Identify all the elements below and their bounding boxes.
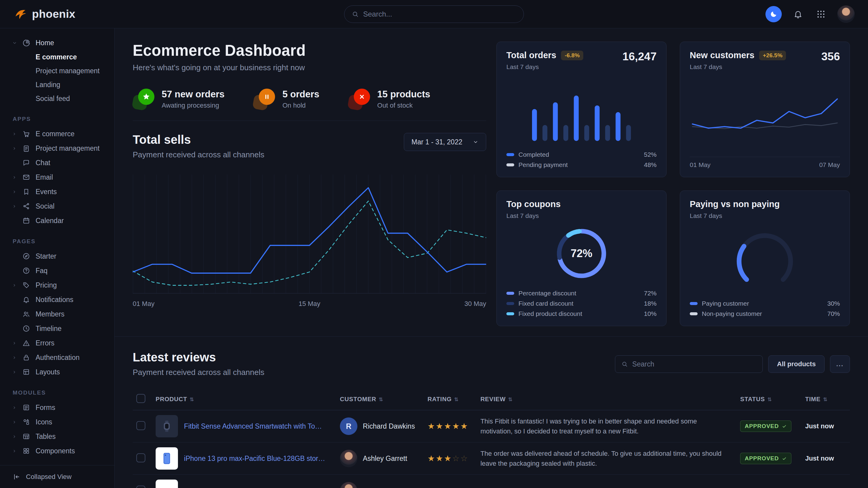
card-title: New customers: [690, 50, 754, 60]
row-checkbox[interactable]: [136, 486, 145, 488]
top-navbar: phoenix: [0, 0, 868, 28]
x-stat-icon: [348, 89, 370, 110]
more-options-label: ...: [836, 360, 843, 368]
reviews-search[interactable]: [615, 355, 763, 373]
row-checkbox[interactable]: [136, 453, 145, 462]
select-all-checkbox[interactable]: [136, 394, 145, 403]
sidebar-item-social[interactable]: Social: [0, 199, 114, 214]
column-header-time[interactable]: TIME⇅: [802, 389, 850, 410]
brand[interactable]: phoenix: [13, 7, 75, 21]
sidebar-item-starter[interactable]: Starter: [0, 249, 114, 263]
collapsed-view-toggle[interactable]: Collapsed View: [0, 465, 114, 488]
pie-chart-icon: [22, 39, 36, 47]
sidebar-item-label: Authentication: [36, 354, 80, 362]
card-legend: Paying customer30%Non-paying customer70%: [690, 300, 840, 317]
user-avatar[interactable]: [837, 5, 855, 23]
x-axis-label: 15 May: [299, 300, 320, 308]
sort-icon: ⇅: [454, 397, 459, 402]
calendar-icon: [22, 217, 36, 225]
chevron-right-icon: [12, 204, 22, 208]
rating-stars: ★★★★★: [428, 421, 473, 431]
sidebar-item-authentication[interactable]: Authentication: [0, 350, 114, 365]
column-header-review[interactable]: REVIEW⇅: [477, 389, 737, 410]
sidebar-item-label: Social: [36, 202, 55, 210]
chevron-down-icon: [12, 40, 22, 45]
brand-name: phoenix: [32, 8, 75, 21]
page-title: Ecommerce Dashboard: [133, 42, 486, 59]
x-axis-label: 01 May: [690, 161, 711, 168]
sidebar-item-forms[interactable]: Forms: [0, 400, 114, 415]
sidebar-item-members[interactable]: Members: [0, 307, 114, 321]
sidebar-item-chat[interactable]: Chat: [0, 156, 114, 170]
sidebar-item-label: Home: [36, 39, 54, 47]
users-icon: [22, 310, 36, 318]
table-icon: [22, 432, 36, 441]
date-range-select[interactable]: Mar 1 - 31, 2022: [404, 133, 486, 151]
card-x-labels: 01 May07 May: [690, 157, 840, 168]
sidebar-subitem-project-management[interactable]: Project management: [0, 64, 114, 78]
column-header-status[interactable]: STATUS⇅: [737, 389, 801, 410]
column-header-rating[interactable]: RATING⇅: [424, 389, 477, 410]
time-value: Just now: [805, 455, 834, 462]
product-link[interactable]: Fitbit Sense Advanced Smartwatch with To…: [184, 422, 326, 430]
sidebar-item-label: Notifications: [36, 296, 73, 304]
sidebar-item-e-commerce[interactable]: E commerce: [0, 127, 114, 141]
sort-icon: ⇅: [190, 397, 194, 402]
reviews-search-input[interactable]: [632, 360, 756, 368]
row-checkbox[interactable]: [136, 421, 145, 430]
sidebar-item-errors[interactable]: Errors: [0, 336, 114, 350]
sidebar-item-timeline[interactable]: Timeline: [0, 321, 114, 336]
chevron-right-icon: [12, 370, 22, 375]
sidebar-item-label: Layouts: [36, 368, 60, 376]
sidebar-item-components[interactable]: Components: [0, 444, 114, 458]
legend-label: Pending payment: [519, 161, 568, 168]
envelope-icon: [22, 173, 36, 181]
chevron-right-icon: [12, 434, 22, 439]
sidebar-item-pricing[interactable]: Pricing: [0, 278, 114, 292]
sidebar-subitem-social-feed[interactable]: Social feed: [0, 92, 114, 105]
sidebar-item-tables[interactable]: Tables: [0, 429, 114, 444]
x-axis-label: 07 May: [819, 161, 840, 168]
legend-label: Completed: [519, 151, 549, 158]
sidebar-item-project-management[interactable]: Project management: [0, 141, 114, 156]
legend-item: Fixed product discount10%: [506, 310, 657, 317]
clipboard-icon: [22, 144, 36, 152]
sidebar-item-home[interactable]: Home: [0, 36, 114, 50]
legend-item: Percentage discount72%: [506, 290, 657, 297]
product-link[interactable]: iPhone 13 pro max-Pacific Blue-128GB sto…: [184, 455, 326, 463]
reviews-controls: All products ...: [615, 355, 850, 373]
reviews-table: PRODUCT⇅CUSTOMER⇅RATING⇅REVIEW⇅STATUS⇅TI…: [133, 389, 850, 488]
moon-icon: [769, 10, 778, 19]
sidebar-subitem-landing[interactable]: Landing: [0, 78, 114, 92]
review-text: This Fitbit is fantastic! I was trying t…: [480, 416, 731, 436]
all-products-label: All products: [777, 360, 815, 368]
sidebar-item-calendar[interactable]: Calendar: [0, 214, 114, 228]
sidebar-item-layouts[interactable]: Layouts: [0, 365, 114, 379]
sidebar-item-notifications[interactable]: Notifications: [0, 292, 114, 307]
card-legend: Percentage discount72%Fixed card discoun…: [506, 290, 657, 317]
column-header-customer[interactable]: CUSTOMER⇅: [336, 389, 424, 410]
column-label: CUSTOMER: [340, 396, 376, 402]
theme-toggle-button[interactable]: [766, 6, 782, 22]
sidebar-subitem-e-commerce[interactable]: E commerce: [0, 50, 114, 64]
notifications-button[interactable]: [792, 7, 805, 21]
legend-swatch: [506, 312, 514, 315]
all-products-button[interactable]: All products: [768, 355, 824, 373]
more-options-button[interactable]: ...: [830, 355, 850, 373]
reviews-table-wrap: PRODUCT⇅CUSTOMER⇅RATING⇅REVIEW⇅STATUS⇅TI…: [133, 389, 850, 488]
sidebar-item-events[interactable]: Events: [0, 185, 114, 199]
sidebar-item-faq[interactable]: Faq: [0, 263, 114, 278]
global-search-input[interactable]: [363, 10, 516, 19]
search-icon: [621, 361, 628, 367]
card-title: Total orders: [506, 50, 556, 60]
sidebar-item-icons[interactable]: Icons: [0, 415, 114, 429]
legend-value: 52%: [644, 151, 657, 158]
x-axis-labels: 01 May15 May30 May: [133, 300, 486, 308]
sidebar-item-email[interactable]: Email: [0, 170, 114, 185]
card-value: 16,247: [622, 50, 657, 63]
card-legend: Completed52%Pending payment48%: [506, 151, 657, 168]
clock-icon: [22, 325, 36, 332]
apps-menu-button[interactable]: [814, 7, 828, 21]
global-search[interactable]: [344, 5, 524, 23]
column-header-product[interactable]: PRODUCT⇅: [152, 389, 336, 410]
